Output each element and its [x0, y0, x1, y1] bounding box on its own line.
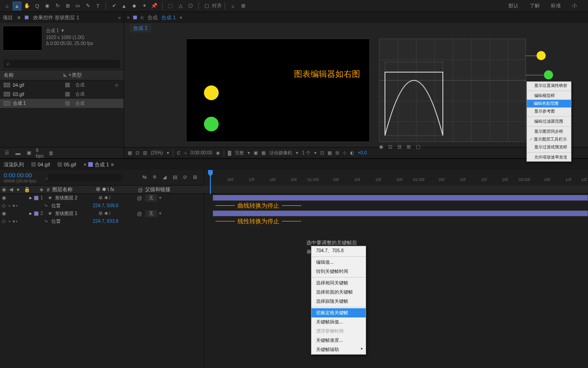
frame-blend-icon[interactable]: ▤ — [173, 174, 180, 181]
next-kf-icon[interactable]: ▸ — [16, 219, 19, 223]
kf-menu-item[interactable]: 选择前面的关键帧 — [311, 288, 366, 297]
timeline-tab[interactable]: 05.gif — [57, 162, 76, 167]
graph-editor-icon[interactable]: ⊞ — [193, 174, 200, 181]
interpret-icon[interactable]: ☰ — [3, 149, 11, 157]
graph-tool-icon[interactable]: ⊟ — [397, 144, 404, 150]
audio-col-icon[interactable]: ◀ — [9, 187, 16, 193]
draft-3d-icon[interactable]: ✲ — [153, 174, 160, 181]
expand-icon[interactable]: ⤷ — [44, 203, 50, 209]
magnify-icon[interactable]: ▦ — [128, 150, 132, 155]
motion-blur-icon[interactable]: ⊘ — [183, 174, 190, 181]
parent-dropdown[interactable]: 无 — [145, 194, 157, 202]
axis-view-icon[interactable]: ⬡ — [186, 1, 195, 11]
roto-tool[interactable]: ✶ — [140, 1, 149, 11]
stopwatch-icon[interactable]: ◇ — [2, 203, 6, 209]
rotate-tool[interactable]: ↻ — [53, 1, 62, 11]
text-tool[interactable]: T — [93, 1, 102, 11]
graph-tool-icon[interactable]: ▢ — [416, 144, 422, 150]
channel-icon[interactable]: ▓ — [228, 150, 231, 155]
kf-menu-item-assist[interactable]: 关键帧辅助 — [311, 345, 366, 354]
composition-preview[interactable]: 图表编辑器如右图 — [186, 39, 370, 142]
layer-row[interactable]: ◉ ▸ 1 ★ 形状图层 2 单 ✱ / @ 无 ▾ — [0, 194, 204, 202]
graph-menu-item[interactable]: 允许缩放速率发送 — [527, 153, 571, 161]
col-name-header[interactable]: 名称 — [4, 72, 63, 79]
pickwhip-icon[interactable]: @ — [137, 211, 143, 216]
graph-menu-item[interactable]: 显示位置属性映射 — [527, 82, 571, 90]
layer-label-color[interactable] — [34, 211, 39, 216]
view-tool-icon[interactable]: ▦ — [328, 150, 332, 155]
position-value[interactable]: 224.7, 833.8 — [93, 219, 119, 224]
eye-col-icon[interactable]: ◉ — [2, 187, 8, 193]
comp-mini-flow-icon[interactable]: ↹ — [142, 174, 150, 181]
timeline-tab[interactable]: 04.gif — [31, 162, 50, 167]
visibility-toggle[interactable]: ◉ — [2, 195, 7, 201]
axis-world-icon[interactable]: △ — [176, 1, 185, 11]
axis-local-icon[interactable]: ⬚ — [166, 1, 175, 11]
zoom-dropdown[interactable]: (25%) — [151, 150, 163, 155]
flowchart-icon[interactable]: ⊹ — [114, 82, 120, 88]
kf-menu-item[interactable]: 关键帧插值... — [311, 317, 366, 327]
ws-default[interactable]: 默认 — [509, 2, 519, 9]
time-nav-icon[interactable]: ⟐ — [184, 150, 187, 155]
prev-kf-icon[interactable]: ◂ — [8, 204, 11, 208]
solo-col-icon[interactable]: ● — [17, 187, 23, 193]
kf-menu-item[interactable]: 选择跟随关键帧 — [311, 297, 366, 306]
snapshot-icon[interactable]: ◉ — [216, 150, 220, 155]
panel-overflow-icon[interactable]: » — [118, 15, 121, 20]
layer-label-color[interactable] — [34, 196, 39, 200]
new-folder-icon[interactable]: ▬ — [14, 149, 22, 157]
layer-name-col[interactable]: 图层名称 — [52, 186, 95, 193]
project-item[interactable]: 合成 1 合成 — [0, 99, 124, 108]
graph-editor[interactable]: 显示位置属性映射 编辑模型框 编辑色彩范围 显示参考图 编辑过滤器范围 显示图层… — [379, 39, 526, 142]
grid-icon[interactable]: ⊡ — [136, 150, 139, 155]
project-tab[interactable]: 项目 — [3, 14, 13, 21]
exposure-value[interactable]: +0.0 — [358, 150, 367, 155]
parent-dropdown[interactable]: 无 — [145, 210, 157, 217]
pickwhip-icon[interactable]: @ — [137, 195, 143, 201]
graph-menu-item[interactable]: 显示图层同步框 — [527, 128, 571, 136]
ws-small[interactable]: 小 — [572, 2, 577, 9]
home-icon[interactable]: ⌂ — [2, 1, 11, 11]
camera-dropdown[interactable]: 活动摄像机 — [269, 150, 292, 156]
transparency-icon[interactable]: ▦ — [261, 150, 266, 155]
timeline-tab[interactable]: ×合成 1≡ — [84, 161, 114, 168]
stopwatch-icon[interactable]: ◇ — [2, 218, 6, 224]
view-tool-icon[interactable]: ⊞ — [335, 150, 339, 155]
trash-icon[interactable]: 🗑 — [47, 149, 55, 157]
expand-icon[interactable]: ⤷ — [44, 218, 50, 224]
layer-bar[interactable] — [213, 195, 588, 201]
search-icon[interactable]: ⌕ — [228, 1, 237, 11]
view-tool-icon[interactable]: ⊡ — [320, 150, 324, 155]
region-icon[interactable]: ▣ — [254, 150, 258, 155]
rect-tool[interactable]: ▭ — [73, 1, 82, 11]
graph-menu-item[interactable]: 编辑色彩范围 — [527, 100, 571, 108]
ws-standard[interactable]: 标准 — [551, 2, 561, 9]
layer-bar[interactable] — [213, 210, 588, 216]
project-search-input[interactable] — [4, 60, 120, 68]
views-dropdown[interactable]: 1 个 — [302, 150, 310, 156]
graph-menu-item[interactable]: 编辑模型框 — [527, 92, 571, 100]
snap-icon[interactable]: ▢ — [202, 1, 211, 11]
current-timecode[interactable]: 0:00:00:00 — [4, 172, 36, 179]
hand-tool[interactable]: ✋ — [23, 1, 32, 11]
property-row[interactable]: ◇ ◂◆▸ ⤷ 位置 224.7, 509.8 — [0, 202, 204, 209]
clone-tool[interactable]: ▲ — [119, 1, 129, 11]
ws-learn[interactable]: 了解 — [530, 2, 540, 9]
project-item[interactable]: 04.gif 合成 ⊹ — [0, 80, 124, 90]
time-ruler[interactable]: 05f 10f 15f 20f 01:00f 05f 10f 15f 20f 0… — [204, 170, 588, 186]
bpc-label[interactable]: 8 bpc — [36, 149, 44, 157]
quality-dropdown[interactable]: 完整 — [235, 150, 244, 156]
brush-tool[interactable]: ✔ — [109, 1, 119, 11]
project-item[interactable]: 03.gif 合成 — [0, 90, 124, 99]
view-tool-icon[interactable]: ⊹ — [343, 150, 346, 155]
puppet-tool[interactable]: 📌 — [150, 1, 159, 11]
eraser-tool[interactable]: ◆ — [130, 1, 139, 11]
mask-icon[interactable]: ▥ — [143, 150, 147, 155]
close-tab-icon[interactable]: × — [127, 15, 130, 20]
new-comp-icon[interactable]: ▣ — [25, 149, 33, 157]
timeline-tracks[interactable]: 曲线转换为停止 线性转换为停止 选中要调整的关键帧后 单机鼠标右键 — [204, 194, 588, 368]
kf-menu-item-toggle-hold[interactable]: 切换定格关键帧 — [311, 308, 366, 317]
exposure-icon[interactable]: ◐ — [350, 150, 354, 155]
lock-col-icon[interactable]: 🔒 — [24, 187, 30, 193]
position-value[interactable]: 224.7, 509.8 — [93, 203, 119, 208]
